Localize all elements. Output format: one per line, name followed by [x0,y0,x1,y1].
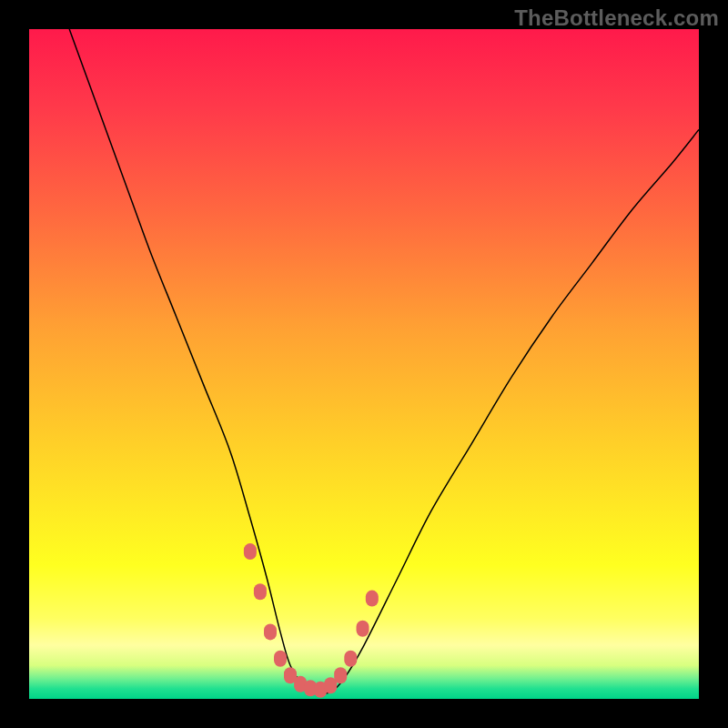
trough-marker [264,623,277,640]
trough-marker [244,543,257,560]
chart-plot-area [29,29,699,699]
bottleneck-curve-svg [29,29,699,699]
trough-marker [254,583,267,600]
trough-marker [357,621,369,637]
bottleneck-curve [69,29,699,693]
watermark-text: TheBottleneck.com [514,5,719,31]
trough-marker [274,651,287,667]
trough-marker [334,667,347,683]
trough-marker [344,651,357,667]
trough-marker [366,591,379,607]
